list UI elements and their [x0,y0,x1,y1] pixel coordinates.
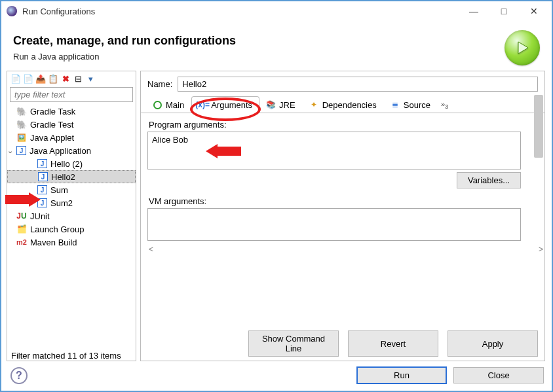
filter-status: Filter matched 11 of 13 items [7,348,136,361]
show-command-line-button[interactable]: Show Command Line [248,330,339,357]
apply-button[interactable]: Apply [448,330,538,357]
launch-group-icon: 🗂️ [16,224,27,234]
dependencies-tab-icon: ✦ [309,99,319,110]
program-args-input[interactable]: Alice Bob [147,132,521,169]
tree-item-launch-group[interactable]: 🗂️ Launch Group [7,223,136,236]
tree-item-maven[interactable]: m2 Maven Build [7,236,136,249]
main-tab-icon [152,99,162,110]
tab-dependencies[interactable]: ✦ Dependencies [303,96,384,113]
page-title: Create, manage, and run configurations [13,34,497,48]
overflow-icon: »3 [441,100,448,110]
gradle-icon: 🐘 [16,106,27,116]
tab-main[interactable]: Main [146,96,191,113]
name-label: Name: [147,79,172,89]
help-icon[interactable]: ? [10,367,28,384]
tab-label: Arguments [211,100,252,110]
svg-marker-0 [518,42,528,54]
tree-label: Launch Group [30,224,84,234]
tab-arguments[interactable]: (x)= Arguments [191,96,259,113]
tree-item-java-application[interactable]: ⌄ J Java Application [7,144,136,157]
expand-all-icon[interactable]: ⊟ [73,73,83,84]
run-button[interactable]: Run [356,366,447,384]
variables-button[interactable]: Variables... [457,172,521,188]
tree-item-gradle-task[interactable]: 🐘 Gradle Task [7,105,136,118]
revert-button[interactable]: Revert [348,330,438,357]
program-args-label: Program arguments: [149,120,544,130]
tree-item-sum[interactable]: J Sum [7,183,136,196]
delete-icon[interactable]: ✖ [60,73,71,84]
scroll-left-icon[interactable]: < [149,245,153,254]
eclipse-icon [7,6,17,16]
tree-label: Sum [50,185,68,195]
scroll-thumb[interactable] [534,95,543,158]
tab-label: Source [404,100,430,110]
tree-label: JUnit [30,211,50,221]
new-proto-icon[interactable]: 📄 [23,73,33,84]
tree-item-java-applet[interactable]: 🖼️ Java Applet [7,131,136,144]
applet-icon: 🖼️ [16,132,27,143]
run-hero-icon [505,30,540,65]
java-run-icon: J [37,185,47,194]
minimize-button[interactable]: — [459,1,489,21]
tree-label: Gradle Test [30,120,73,130]
gradle-icon: 🐘 [16,119,27,130]
tree-item-hello-2[interactable]: J Hello (2) [7,157,136,170]
maximize-button[interactable]: □ [489,1,519,21]
java-run-icon: J [37,159,47,168]
jre-tab-icon: 📚 [265,99,276,110]
new-config-icon[interactable]: 📄 [10,73,21,84]
tab-label: JRE [279,100,296,110]
arguments-tab-icon: (x)= [197,99,208,110]
tree-label: Gradle Task [30,107,75,116]
titlebar: Run Configurations — □ ✕ [1,1,552,21]
duplicate-icon[interactable]: 📋 [48,73,58,84]
tree-label: Hello (2) [50,159,83,169]
tree-label: Sum2 [50,198,73,208]
tree-label: Maven Build [30,238,77,247]
tab-bar: Main (x)= Arguments 📚 JRE ✦ Dependencies… [141,96,544,113]
tree-label: Java Application [29,146,91,156]
dialog-footer: ? Run Close [1,361,552,391]
java-run-icon: J [37,198,47,207]
close-window-button[interactable]: ✕ [519,1,549,21]
tree-label: Hello2 [51,172,75,182]
tree-label: Java Applet [30,133,74,143]
tree-item-gradle-test[interactable]: 🐘 Gradle Test [7,118,136,131]
tree-item-junit[interactable]: JU JUnit [7,209,136,223]
tree-item-sum2[interactable]: J Sum2 [7,196,136,209]
export-icon[interactable]: 📤 [35,73,46,84]
junit-icon: JU [16,211,27,221]
java-app-icon: J [16,146,26,155]
source-tab-icon: ≣ [390,99,400,110]
tab-overflow[interactable]: »3 [438,97,455,113]
tree-toolbar: 📄 📄 📤 📋 ✖ ⊟ ▾ [7,71,136,86]
vm-args-label: VM arguments: [149,196,544,206]
filter-icon[interactable]: ▾ [85,73,96,84]
tab-source[interactable]: ≣ Source [384,96,438,113]
horizontal-scrollbar[interactable]: < > [149,245,543,254]
header: Create, manage, and run configurations R… [1,21,552,71]
configurations-panel: 📄 📄 📤 📋 ✖ ⊟ ▾ 🐘 Gradle Task 🐘 Gradle Tes… [7,71,136,361]
vertical-scrollbar[interactable] [534,95,543,321]
expand-toggle-icon[interactable]: ⌄ [7,147,14,155]
window-title: Run Configurations [22,7,459,16]
tab-label: Dependencies [322,100,377,110]
maven-icon: m2 [16,237,27,247]
tab-jre[interactable]: 📚 JRE [259,96,303,113]
java-run-icon: J [38,172,48,181]
configurations-tree[interactable]: 🐘 Gradle Task 🐘 Gradle Test 🖼️ Java Appl… [7,105,136,348]
filter-input[interactable] [10,87,133,102]
close-button[interactable]: Close [453,367,544,383]
tree-item-hello2[interactable]: J Hello2 [7,170,136,183]
vm-args-input[interactable] [147,208,521,241]
config-editor: Name: Main (x)= Arguments 📚 JRE ✦ [140,71,545,361]
tab-label: Main [166,100,184,110]
page-subtitle: Run a Java application [13,52,497,62]
name-input[interactable] [178,77,538,92]
